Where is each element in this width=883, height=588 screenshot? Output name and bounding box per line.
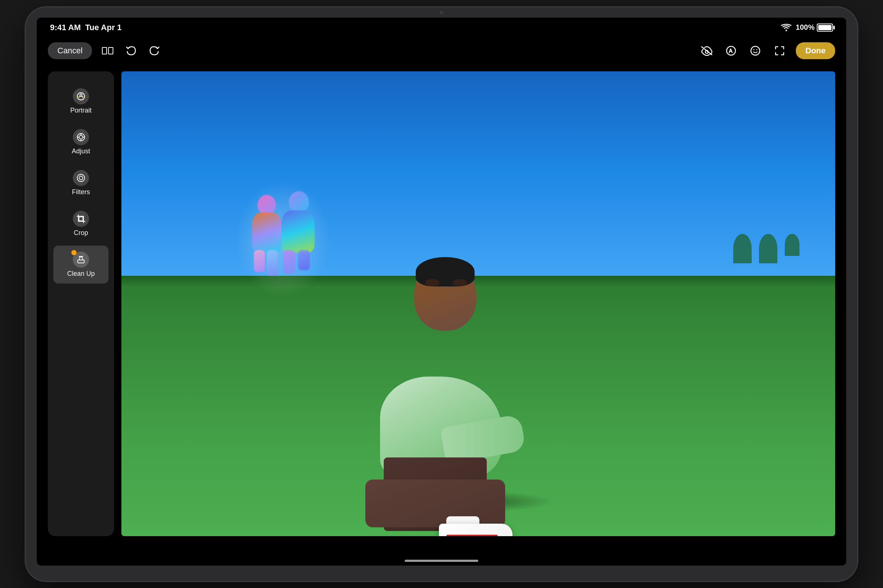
cleanup-icon [73,252,89,268]
svg-point-0 [785,30,787,31]
filters-tool[interactable]: Filters [53,164,108,202]
wifi-icon [781,24,791,32]
battery-percent: 100% [796,23,815,32]
filters-label: Filters [72,188,90,196]
toolbar: Cancel [37,38,846,64]
photo-canvas[interactable] [122,71,835,536]
toolbar-left: Cancel [48,42,163,59]
crop-tool[interactable]: Crop [53,205,108,243]
visibility-button[interactable] [699,43,715,59]
home-indicator[interactable] [405,560,478,562]
screen: 9:41 AM Tue Apr 1 100% [37,18,846,566]
svg-point-11 [79,176,83,180]
undo-icon [125,45,137,57]
done-button[interactable]: Done [796,42,835,59]
pen-icon [725,45,737,56]
subject-torso [373,376,512,516]
ghost-figure-1 [250,195,283,268]
adjust-icon [73,129,89,145]
battery-fill [818,25,832,30]
svg-rect-12 [79,217,83,220]
eye-slash-icon [701,46,713,56]
smiley-icon [750,45,761,56]
ghost-figures [243,188,324,291]
date-display: Tue Apr 1 [86,23,122,32]
crop-label: Crop [74,229,88,237]
portrait-icon [73,88,89,104]
time-display: 9:41 AM [50,23,81,32]
svg-point-7 [80,94,82,96]
status-bar: 9:41 AM Tue Apr 1 100% [37,18,846,38]
edit-area: Portrait Adjust [37,64,846,543]
front-camera [440,10,443,14]
svg-point-4 [754,49,755,50]
split-view-icon [102,47,113,54]
top-bar [26,8,857,18]
emoji-button[interactable] [747,43,763,59]
filters-icon [73,170,89,186]
redo-button[interactable] [146,43,163,59]
ipad-frame: 9:41 AM Tue Apr 1 100% [26,8,857,581]
crop-icon [73,211,89,227]
adjust-tool[interactable]: Adjust [53,123,108,161]
crop-arrows-icon [774,45,785,56]
rect-1 [102,47,107,54]
svg-point-10 [77,174,85,182]
battery-container: 100% [796,23,833,32]
markup-button[interactable] [723,43,739,59]
svg-point-5 [757,49,758,50]
cleanup-label: Clean Up [67,270,95,278]
cancel-button[interactable]: Cancel [48,42,92,59]
ghost-figure-2 [279,191,317,268]
split-view-button[interactable] [99,43,116,59]
status-left: 9:41 AM Tue Apr 1 [50,23,122,32]
svg-point-9 [79,135,83,139]
cleanup-badge-dot [71,250,77,255]
cleanup-tool[interactable]: Clean Up [53,246,108,284]
redo-icon [149,45,161,57]
svg-point-1 [705,50,708,53]
status-right: 100% [781,23,833,32]
subject-head [414,261,476,331]
undo-button[interactable] [123,43,139,59]
adjust-label: Adjust [72,147,90,155]
rect-2 [108,47,113,54]
subject-area [321,141,835,536]
toolbar-right: Done [699,42,835,59]
crop-arrows-button[interactable] [772,43,788,59]
battery-icon [817,24,833,32]
side-toolbar: Portrait Adjust [48,71,114,536]
svg-rect-13 [78,260,84,263]
portrait-label: Portrait [70,106,92,114]
svg-point-3 [751,46,760,55]
portrait-tool[interactable]: Portrait [53,82,108,120]
